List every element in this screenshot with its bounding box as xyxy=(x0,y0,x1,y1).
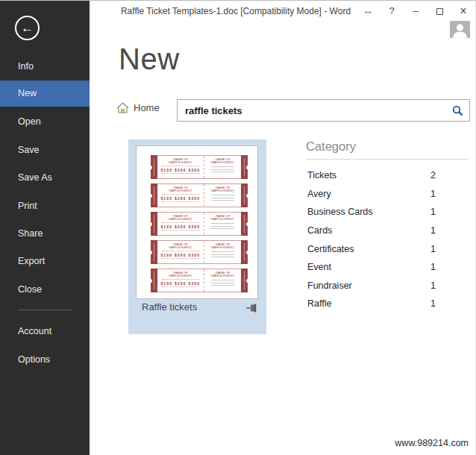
category-count: 1 xyxy=(430,207,436,217)
sidebar-item-share[interactable]: Share xyxy=(0,222,90,245)
ticket-row: (NAME OF RAFFLE EVENT) $100 $200 $300 (N… xyxy=(151,269,248,292)
category-count: 1 xyxy=(430,262,436,272)
sidebar-item-account[interactable]: Account xyxy=(0,320,90,342)
pin-button[interactable] xyxy=(246,304,257,315)
category-name: Fundraiser xyxy=(307,280,352,291)
close-icon: × xyxy=(460,4,466,17)
breadcrumb-home-label: Home xyxy=(134,102,160,113)
sidebar-item-save-as[interactable]: Save As xyxy=(0,166,90,189)
category-panel-title: Category xyxy=(306,139,356,154)
sidebar-divider xyxy=(18,310,73,310)
pin-icon xyxy=(246,304,257,313)
help-icon: ? xyxy=(389,5,394,16)
breadcrumb-home[interactable]: Home xyxy=(116,102,160,113)
fullscreen-toggle-icon: ↔ xyxy=(363,5,373,16)
category-name: Tickets xyxy=(307,170,336,181)
category-name: Event xyxy=(307,262,331,272)
sidebar-item-new[interactable]: New xyxy=(0,81,90,107)
category-name: Cards xyxy=(307,225,332,236)
sidebar-item-export[interactable]: Export xyxy=(0,250,90,272)
watermark: www.989214.com xyxy=(395,438,469,448)
ticket-row: (NAME OF RAFFLE EVENT) $100 $200 $300 (N… xyxy=(151,155,248,179)
ticket-row: (NAME OF RAFFLE EVENT) $100 $200 $300 (N… xyxy=(151,183,248,207)
sidebar-item-print[interactable]: Print xyxy=(0,195,90,217)
category-count: 1 xyxy=(430,280,436,291)
minimize-button[interactable]: – xyxy=(410,4,422,18)
category-name: Raffle xyxy=(307,298,331,309)
left-arrow-icon: ← xyxy=(21,21,34,35)
ticket-stub-right xyxy=(241,155,248,179)
page-title: New xyxy=(119,43,180,76)
window-title: Raffle Ticket Templates-1.doc [Compatibi… xyxy=(90,6,382,16)
search-button[interactable] xyxy=(452,100,469,121)
category-count: 1 xyxy=(430,225,436,236)
category-list: Tickets 2 Avery 1 Business Cards 1 Cards… xyxy=(307,166,436,313)
category-name: Certificates xyxy=(307,244,354,254)
category-count: 1 xyxy=(430,298,436,309)
category-row-event[interactable]: Event 1 xyxy=(307,258,436,277)
category-count: 1 xyxy=(430,189,436,199)
category-row-tickets[interactable]: Tickets 2 xyxy=(307,166,436,185)
minimize-icon: – xyxy=(413,5,418,16)
category-row-certificates[interactable]: Certificates 1 xyxy=(307,239,436,258)
ticket-stub-left xyxy=(151,155,157,179)
category-name: Avery xyxy=(307,189,331,199)
template-search-box xyxy=(177,99,470,122)
sidebar-item-open[interactable]: Open xyxy=(0,110,90,133)
category-count: 2 xyxy=(430,170,436,181)
window-controls: ↔ ? – × xyxy=(362,4,469,18)
search-input[interactable] xyxy=(178,100,452,121)
category-divider xyxy=(306,159,469,160)
category-row-raffle[interactable]: Raffle 1 xyxy=(307,295,436,313)
search-icon xyxy=(452,105,463,116)
category-count: 1 xyxy=(430,244,436,254)
template-tile-raffle-tickets[interactable]: (NAME OF RAFFLE EVENT) $100 $200 $300 (N… xyxy=(128,139,266,334)
word-backstage-window: Raffle Ticket Templates-1.doc [Compatibi… xyxy=(0,0,476,455)
category-name: Business Cards xyxy=(307,207,373,217)
home-icon xyxy=(116,102,129,113)
category-row-business-cards[interactable]: Business Cards 1 xyxy=(307,203,436,222)
close-button[interactable]: × xyxy=(457,4,469,18)
sidebar-item-options[interactable]: Options xyxy=(0,348,90,371)
template-page-preview: (NAME OF RAFFLE EVENT) $100 $200 $300 (N… xyxy=(136,145,258,299)
maximize-icon xyxy=(436,8,443,15)
ticket-row: (NAME OF RAFFLE EVENT) $100 $200 $300 (N… xyxy=(151,240,248,264)
sidebar-item-close[interactable]: Close xyxy=(0,278,90,301)
help-button[interactable]: ? xyxy=(386,4,398,18)
sidebar-item-info[interactable]: Info xyxy=(0,55,90,78)
sidebar-item-save[interactable]: Save xyxy=(0,139,90,161)
category-row-fundraiser[interactable]: Fundraiser 1 xyxy=(307,277,436,295)
back-button[interactable]: ← xyxy=(15,16,40,40)
sidebar: ← Info New Open Save Save As Print Share… xyxy=(0,1,90,455)
fullscreen-toggle-button[interactable]: ↔ xyxy=(362,4,374,18)
maximize-button[interactable] xyxy=(433,4,445,18)
category-row-avery[interactable]: Avery 1 xyxy=(307,185,436,204)
person-icon xyxy=(450,21,470,38)
template-label: Raffle tickets xyxy=(142,301,197,313)
user-avatar[interactable] xyxy=(450,21,470,38)
category-row-cards[interactable]: Cards 1 xyxy=(307,222,436,240)
ticket-row: (NAME OF RAFFLE EVENT) $100 $200 $300 (N… xyxy=(151,212,248,236)
